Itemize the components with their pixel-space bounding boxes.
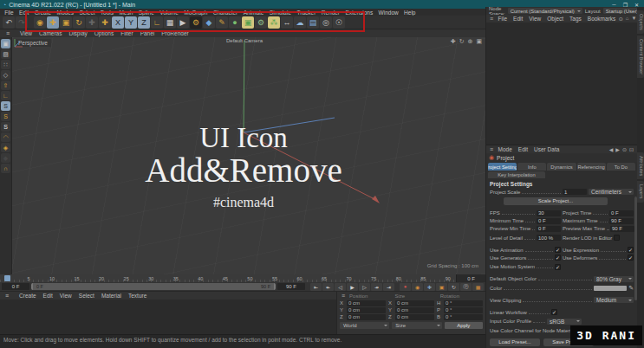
setting-checkbox[interactable] — [628, 255, 634, 261]
generator-icon[interactable]: ▣ — [242, 16, 254, 29]
view-clipping-dropdown[interactable]: Medium — [594, 297, 634, 303]
coord-system-dropdown[interactable]: World — [340, 322, 389, 329]
load-preset-button[interactable]: Load Preset... — [490, 338, 540, 346]
make-editable-icon[interactable]: ⇧ — [1, 81, 10, 90]
attribute-menu-item[interactable]: Edit — [515, 146, 530, 152]
color-swatch[interactable] — [594, 286, 627, 291]
preview-range-slider[interactable]: 0 F 90 F — [31, 283, 276, 290]
menu-item[interactable]: Extensions — [342, 10, 375, 16]
attribute-tab[interactable]: To Do — [607, 163, 635, 171]
menu-item[interactable]: Window — [375, 10, 401, 16]
menu-item[interactable]: Tracker — [294, 10, 318, 16]
setting-checkbox[interactable] — [555, 247, 561, 253]
material-menu-item[interactable]: Texture — [125, 293, 150, 299]
menu-item[interactable]: Render — [319, 10, 343, 16]
viewport-menu-item[interactable]: Panel — [137, 30, 159, 36]
lod-field[interactable]: 100 % — [537, 235, 561, 241]
menu-item[interactable]: Simulate — [267, 10, 295, 16]
search-icon[interactable]: ⊙ — [622, 146, 627, 152]
render-settings-icon[interactable]: ⚙ — [190, 16, 202, 29]
pan-view-icon[interactable]: ✚ — [451, 38, 456, 45]
position-header[interactable]: Position — [349, 293, 392, 299]
menu-item[interactable]: Character — [211, 10, 241, 16]
orbit-view-icon[interactable]: ↻ — [459, 38, 465, 45]
lock-z-axis-icon[interactable]: Z — [138, 16, 150, 29]
workplane-icon[interactable]: ◆ — [1, 153, 10, 163]
environment-icon[interactable]: ☁ — [294, 16, 306, 29]
rotation-field[interactable]: 0 ° — [444, 307, 483, 313]
viewport-menu-item[interactable]: Options — [91, 30, 117, 36]
move-tool-icon[interactable]: ✚ — [47, 16, 59, 29]
goto-start-button[interactable]: ⇤ — [310, 283, 322, 291]
menu-item[interactable]: Tools — [98, 10, 117, 16]
object-menu-item[interactable]: File — [495, 16, 510, 22]
dock-tab[interactable]: Content Browser — [637, 35, 644, 78]
texture-mode-icon[interactable]: ▨ — [1, 49, 10, 59]
material-menu-item[interactable]: Material — [98, 293, 125, 299]
solo-selection-icon[interactable]: S — [1, 112, 10, 121]
material-menu-item[interactable]: Edit — [40, 293, 56, 299]
current-frame-field[interactable]: 0 F — [456, 274, 485, 282]
apply-button[interactable]: Apply — [445, 322, 483, 329]
subdivision-surface-icon[interactable]: ● — [229, 16, 241, 29]
timeline-ticks[interactable]: 051015202530354045505560657075808590 — [0, 274, 456, 282]
filter-icon[interactable]: ▼ — [631, 16, 636, 22]
camera-icon[interactable]: ◎ — [320, 16, 332, 29]
autokey-button[interactable]: ◉ — [412, 283, 423, 291]
render-view-icon[interactable]: ▦ — [164, 16, 176, 29]
viewport-menu-item[interactable]: Cameras — [36, 30, 65, 36]
default-color-dropdown[interactable]: 80% Gray — [594, 276, 634, 282]
menu-item[interactable]: Spline — [136, 10, 157, 16]
input-profile-dropdown[interactable]: sRGB — [547, 319, 582, 325]
material-menu-item[interactable]: Create — [16, 293, 40, 299]
viewport-menu-item[interactable]: Filter — [117, 30, 136, 36]
goto-end-button[interactable]: ⇥ — [383, 283, 394, 291]
attribute-burger-icon[interactable]: ≡ — [488, 146, 495, 152]
dock-tab[interactable]: Objects — [637, 10, 644, 34]
search-icon[interactable]: ⊙ — [619, 16, 623, 22]
dock-tab[interactable]: Attributes — [637, 152, 644, 179]
next-frame-button[interactable]: ▷ — [359, 283, 370, 291]
setting-checkbox[interactable] — [628, 247, 634, 253]
enable-axis-icon[interactable]: ✚ — [99, 16, 111, 29]
setting-field[interactable]: 0 F — [537, 226, 561, 232]
edge-mode-icon[interactable]: ◇ — [1, 70, 10, 80]
menu-item[interactable]: Mesh — [116, 10, 135, 16]
range-min-field[interactable]: 0 F — [2, 283, 29, 290]
coordinate-system-icon[interactable]: ∟ — [151, 16, 163, 29]
viewport-burger-icon[interactable]: ≡ — [3, 30, 13, 36]
record-keyframe-button[interactable]: ● — [400, 283, 411, 291]
mograph-array-icon[interactable]: ▤ — [307, 16, 319, 29]
scale-project-button[interactable]: Scale Project... — [504, 197, 608, 205]
setting-field[interactable]: 30 — [537, 210, 561, 216]
position-field[interactable]: 0 cm — [347, 314, 386, 320]
object-menu-item[interactable]: View — [526, 16, 544, 22]
attribute-object-row[interactable]: ◉ Project — [486, 153, 637, 162]
setting-field[interactable]: 90 F — [609, 218, 634, 224]
project-scale-unit-dropdown[interactable]: Centimeters — [589, 189, 634, 195]
viewport-solo-icon[interactable]: S — [1, 101, 10, 111]
key-pla-button[interactable]: ▦ — [472, 283, 484, 291]
deformer-icon[interactable]: ⚙ — [255, 16, 267, 29]
position-field[interactable]: 0 cm — [347, 300, 386, 306]
scale-tool-icon[interactable]: ▣ — [60, 16, 72, 29]
key-interpolation-tab[interactable]: Key Interpolation — [488, 171, 545, 178]
perspective-viewport[interactable]: Perspective Default Camera ✚↻⊕▣ UI Icon … — [11, 37, 485, 274]
play-button[interactable]: ▶ — [347, 283, 358, 291]
size-header[interactable]: Size — [394, 293, 437, 299]
magnet-icon[interactable]: ∩ — [1, 164, 10, 173]
rotate-tool-icon[interactable]: ↻ — [73, 16, 85, 29]
material-menu-item[interactable]: View — [56, 293, 75, 299]
previous-frame-button[interactable]: ◁ — [335, 283, 346, 291]
attribute-tab[interactable]: Info — [517, 163, 546, 171]
menu-item[interactable]: MoGraph — [181, 10, 210, 16]
enable-axis-mode-icon[interactable]: ∟ — [1, 91, 10, 100]
lock-icon[interactable]: ⊡ — [629, 146, 634, 152]
solo-hierarchy-icon[interactable]: S — [1, 122, 10, 132]
linear-workflow-checkbox[interactable] — [551, 309, 557, 315]
object-menu-item[interactable]: Tags — [567, 16, 585, 22]
live-selection-icon[interactable]: ◉ — [34, 16, 46, 29]
attribute-tab[interactable]: Referencing — [577, 163, 606, 171]
next-key-button[interactable]: ↠ — [371, 283, 382, 291]
menu-item[interactable]: Create — [31, 10, 54, 16]
